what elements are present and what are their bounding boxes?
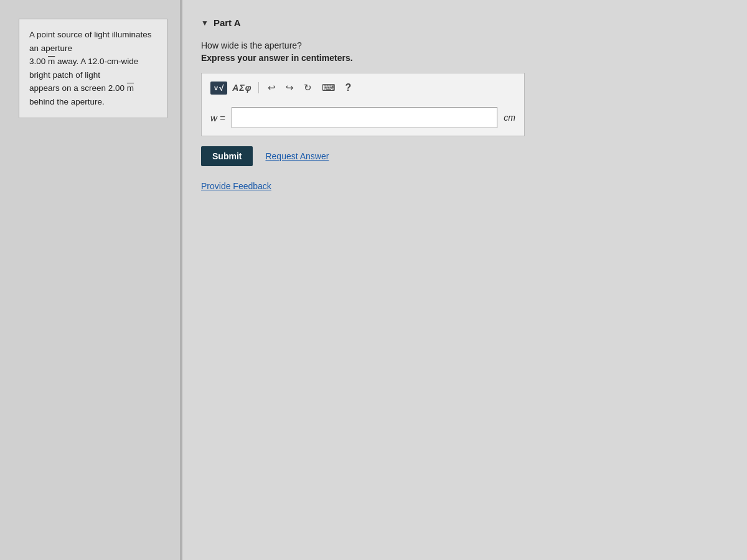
question-text: How wide is the aperture?	[201, 40, 302, 50]
sqrt-char: √	[219, 83, 223, 93]
greek-symbols-icon[interactable]: ΑΣφ	[232, 83, 251, 93]
submit-button[interactable]: Submit	[201, 146, 253, 166]
math-toolbar: v √ ΑΣφ ↩ ↪ ↻ ⌨ ?	[210, 81, 515, 100]
part-label: Part A	[214, 17, 241, 28]
undo-button[interactable]: ↩	[265, 81, 278, 95]
refresh-button[interactable]: ↻	[301, 81, 314, 95]
answer-box: v √ ΑΣφ ↩ ↪ ↻ ⌨ ? w = cm	[201, 73, 525, 136]
provide-feedback-button[interactable]: Provide Feedback	[201, 181, 271, 191]
part-chevron-icon: ▼	[201, 19, 209, 27]
right-panel: ▼ Part A How wide is the aperture? Expre…	[182, 0, 747, 560]
action-row: Submit Request Answer	[201, 146, 329, 166]
problem-text: A point source of light illuminates an a…	[29, 30, 152, 106]
keyboard-button[interactable]: ⌨	[319, 81, 338, 95]
help-button[interactable]: ?	[343, 81, 354, 95]
sqrt-icon-block[interactable]: v √	[210, 82, 227, 95]
input-label: w =	[210, 113, 225, 123]
input-row: w = cm	[210, 107, 515, 128]
toolbar-separator-1	[258, 82, 259, 93]
answer-input[interactable]	[232, 107, 498, 128]
left-panel: A point source of light illuminates an a…	[0, 0, 181, 560]
request-answer-button[interactable]: Request Answer	[265, 151, 329, 161]
problem-statement: A point source of light illuminates an a…	[19, 19, 167, 118]
unit-label: cm	[504, 113, 515, 123]
v-char: v	[214, 84, 218, 91]
instruction-text: Express your answer in centimeters.	[201, 53, 353, 63]
part-header: ▼ Part A	[201, 17, 241, 28]
redo-button[interactable]: ↪	[283, 81, 296, 95]
